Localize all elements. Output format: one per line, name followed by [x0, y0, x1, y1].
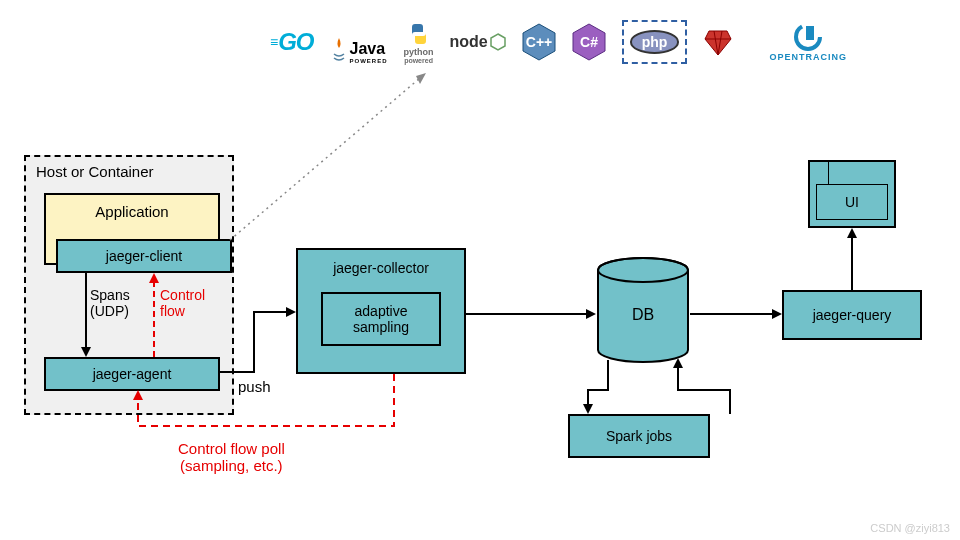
jaeger-query-label: jaeger-query	[813, 307, 892, 323]
csharp-icon: C#	[572, 20, 606, 64]
control-poll-arrow	[122, 374, 402, 444]
spans-label: Spans (UDP)	[90, 287, 130, 319]
svg-line-12	[230, 78, 420, 240]
svg-marker-9	[81, 347, 91, 357]
svg-text:C#: C#	[580, 34, 598, 50]
svg-marker-0	[491, 34, 505, 50]
query-to-ui-arrow	[842, 228, 862, 290]
svg-marker-20	[673, 358, 683, 368]
svg-text:C++: C++	[526, 34, 552, 50]
node-icon: node	[450, 20, 506, 64]
client-to-languages-arrow	[230, 70, 430, 240]
svg-marker-25	[133, 390, 143, 400]
jaeger-client-label: jaeger-client	[106, 248, 182, 264]
db-to-query-arrow	[690, 304, 782, 324]
language-row: ≡GO JavaPOWERED pythonpowered node C++ C…	[270, 20, 847, 64]
control-poll-label: Control flow poll (sampling, etc.)	[178, 440, 285, 474]
spark-jobs-label: Spark jobs	[606, 428, 672, 444]
python-icon: pythonpowered	[404, 20, 434, 64]
collector-to-db-arrow	[466, 304, 596, 324]
php-icon: php	[622, 20, 688, 64]
jaeger-collector-box: jaeger-collector adaptive sampling	[296, 248, 466, 374]
svg-marker-22	[772, 309, 782, 319]
spark-jobs-box: Spark jobs	[568, 414, 710, 458]
db-to-spark-arrow	[580, 360, 740, 420]
go-icon: ≡GO	[270, 20, 314, 64]
ruby-icon	[703, 20, 733, 64]
application-label: Application	[46, 203, 218, 220]
adaptive-sampling-box: adaptive sampling	[321, 292, 441, 346]
ui-label: UI	[845, 194, 859, 210]
svg-marker-19	[583, 404, 593, 414]
db-cylinder: DB	[596, 256, 690, 364]
db-label: DB	[596, 306, 690, 324]
java-icon: JavaPOWERED	[330, 20, 388, 64]
host-title: Host or Container	[36, 163, 154, 180]
svg-marker-13	[416, 73, 426, 84]
collector-label: jaeger-collector	[333, 260, 429, 276]
cpp-icon: C++	[522, 20, 556, 64]
opentracing-icon: OPENTRACING	[769, 20, 847, 64]
watermark: CSDN @ziyi813	[870, 522, 950, 534]
svg-marker-24	[847, 228, 857, 238]
jaeger-client-box: jaeger-client	[56, 239, 232, 273]
ui-box: UI	[808, 160, 896, 228]
svg-marker-14	[286, 307, 296, 317]
control-flow-label: Control flow	[160, 287, 205, 319]
svg-rect-7	[806, 26, 814, 40]
svg-marker-11	[149, 273, 159, 283]
svg-marker-18	[586, 309, 596, 319]
adaptive-sampling-label: adaptive sampling	[353, 303, 409, 335]
jaeger-query-box: jaeger-query	[782, 290, 922, 340]
svg-marker-5	[705, 31, 731, 55]
